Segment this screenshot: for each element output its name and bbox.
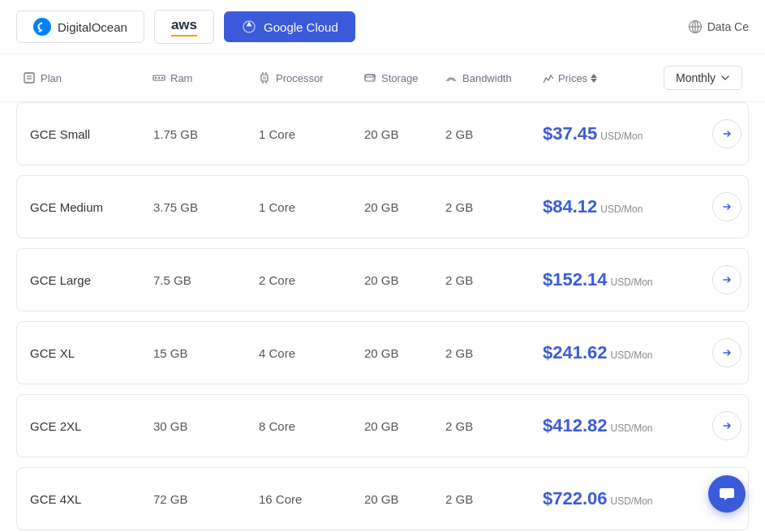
price-value-3: $241.62: [543, 342, 608, 363]
col-header-storage: Storage: [363, 71, 445, 84]
row-storage-2: 20 GB: [364, 273, 445, 287]
provider-aws[interactable]: aws: [154, 10, 214, 44]
row-plan-2: GCE Large: [24, 273, 153, 287]
price-unit-4: USD/Mon: [611, 423, 653, 434]
price-unit-2: USD/Mon: [611, 277, 653, 288]
provider-digitalocean[interactable]: DigitalOcean: [16, 11, 144, 43]
row-bandwidth-0: 2 GB: [445, 127, 543, 141]
row-plan-0: GCE Small: [24, 127, 153, 141]
googlecloud-label: Google Cloud: [264, 20, 338, 34]
svg-rect-9: [155, 77, 157, 79]
col-header-ram: Ram: [153, 71, 258, 84]
row-processor-1: 1 Core: [259, 200, 364, 214]
col-prices-label: Prices: [558, 72, 587, 84]
row-storage-4: 20 GB: [364, 419, 445, 433]
row-processor-0: 1 Core: [259, 127, 364, 141]
svg-rect-13: [263, 76, 266, 79]
globe-icon: [688, 19, 703, 34]
price-value-0: $37.45: [543, 123, 597, 144]
period-dropdown[interactable]: Monthly: [664, 66, 742, 90]
table-header: Plan Ram Processor Storage: [0, 54, 765, 102]
aws-logo: aws: [171, 17, 197, 36]
storage-icon: [363, 71, 376, 84]
row-price-5: $722.06 USD/Mon: [543, 488, 712, 509]
table-rows: GCE Small 1.75 GB 1 Core 20 GB 2 GB $37.…: [0, 102, 765, 530]
row-ram-0: 1.75 GB: [153, 127, 259, 141]
row-ram-1: 3.75 GB: [153, 200, 259, 214]
price-value-1: $84.12: [543, 196, 597, 217]
data-center-button[interactable]: Data Ce: [688, 19, 749, 34]
col-header-plan: Plan: [23, 71, 153, 84]
plan-icon: [23, 71, 36, 84]
aws-label: aws: [171, 17, 197, 33]
svg-rect-10: [158, 77, 160, 79]
table-row: GCE XL 15 GB 4 Core 20 GB 2 GB $241.62 U…: [16, 321, 749, 384]
row-storage-3: 20 GB: [364, 346, 445, 360]
col-header-prices: Prices: [542, 71, 664, 84]
row-arrow-4[interactable]: [712, 411, 741, 440]
row-plan-1: GCE Medium: [24, 200, 153, 214]
row-price-4: $412.82 USD/Mon: [543, 415, 712, 436]
table-row: GCE 4XL 72 GB 16 Core 20 GB 2 GB $722.06…: [16, 467, 749, 530]
row-processor-2: 2 Core: [259, 273, 364, 287]
row-arrow-0[interactable]: [712, 119, 741, 148]
col-storage-label: Storage: [381, 72, 419, 84]
table-row: GCE Small 1.75 GB 1 Core 20 GB 2 GB $37.…: [16, 102, 749, 165]
price-value-4: $412.82: [543, 415, 608, 436]
row-plan-3: GCE XL: [24, 346, 153, 360]
row-ram-5: 72 GB: [153, 492, 259, 506]
svg-rect-11: [161, 77, 163, 79]
row-storage-0: 20 GB: [364, 127, 445, 141]
col-header-processor: Processor: [258, 71, 363, 84]
ram-icon: [153, 71, 165, 84]
row-bandwidth-4: 2 GB: [445, 419, 543, 433]
row-plan-5: GCE 4XL: [24, 492, 153, 506]
row-bandwidth-2: 2 GB: [445, 273, 543, 287]
row-storage-1: 20 GB: [364, 200, 445, 214]
row-arrow-2[interactable]: [712, 265, 741, 294]
price-unit-1: USD/Mon: [600, 204, 643, 215]
chevron-down-icon: [720, 73, 730, 83]
row-price-0: $37.45 USD/Mon: [543, 123, 712, 144]
row-arrow-3[interactable]: [712, 338, 741, 367]
sort-up-icon: [591, 74, 597, 78]
row-plan-4: GCE 2XL: [24, 419, 153, 433]
row-ram-3: 15 GB: [153, 346, 259, 360]
row-processor-5: 16 Core: [259, 492, 364, 506]
prices-sort[interactable]: [591, 74, 597, 83]
row-bandwidth-3: 2 GB: [445, 346, 543, 360]
col-header-bandwidth: Bandwidth: [445, 71, 542, 84]
col-ram-label: Ram: [170, 72, 192, 84]
row-ram-2: 7.5 GB: [153, 273, 259, 287]
col-bandwidth-label: Bandwidth: [462, 72, 512, 84]
data-center-label: Data Ce: [707, 20, 749, 33]
googlecloud-icon: [241, 19, 257, 35]
col-plan-label: Plan: [41, 72, 62, 84]
row-arrow-1[interactable]: [712, 192, 741, 221]
chat-bubble[interactable]: [708, 475, 746, 513]
chat-icon: [718, 485, 736, 503]
sort-down-icon: [591, 79, 597, 83]
row-bandwidth-5: 2 GB: [445, 492, 543, 506]
table-row: GCE Large 7.5 GB 2 Core 20 GB 2 GB $152.…: [16, 248, 749, 311]
row-storage-5: 20 GB: [364, 492, 445, 506]
row-ram-4: 30 GB: [153, 419, 259, 433]
prices-icon: [542, 71, 555, 84]
table-row: GCE Medium 3.75 GB 1 Core 20 GB 2 GB $84…: [16, 175, 749, 238]
row-bandwidth-1: 2 GB: [445, 200, 543, 214]
price-unit-0: USD/Mon: [600, 131, 643, 142]
row-price-1: $84.12 USD/Mon: [543, 196, 712, 217]
processor-icon: [258, 71, 271, 84]
price-value-5: $722.06: [543, 488, 608, 509]
period-value: Monthly: [676, 71, 716, 84]
row-processor-3: 4 Core: [259, 346, 364, 360]
svg-point-21: [372, 79, 374, 80]
table-row: GCE 2XL 30 GB 8 Core 20 GB 2 GB $412.82 …: [16, 394, 749, 457]
svg-rect-5: [24, 73, 34, 83]
top-nav: DigitalOcean aws Google Cloud Data Ce: [0, 0, 765, 54]
bandwidth-icon: [445, 71, 458, 84]
svg-point-20: [372, 75, 374, 77]
price-unit-5: USD/Mon: [611, 496, 653, 507]
provider-googlecloud[interactable]: Google Cloud: [224, 11, 355, 42]
row-price-2: $152.14 USD/Mon: [543, 269, 712, 290]
